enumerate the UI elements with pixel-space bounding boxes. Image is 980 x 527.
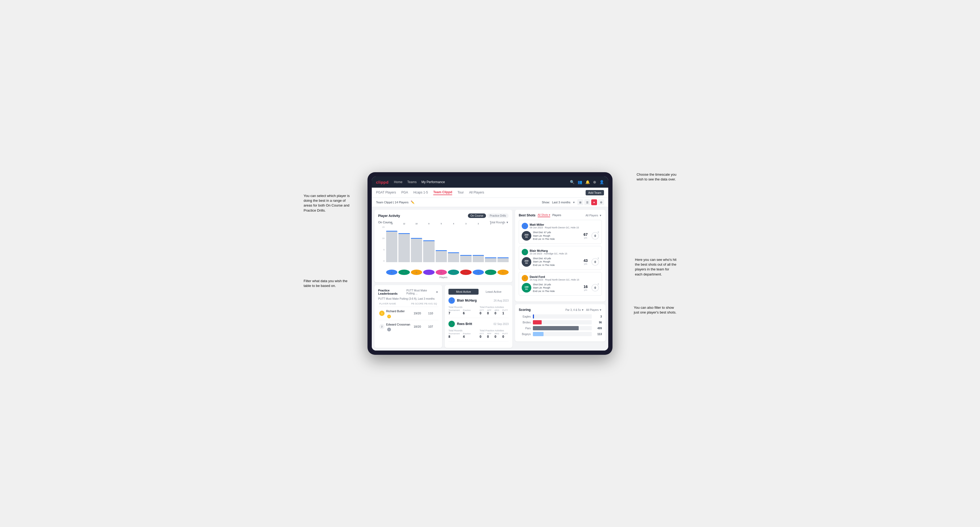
scoring-row-pars: Pars 499 xyxy=(519,326,602,330)
scoring-header: Scoring Par 3, 4 & 5s ▼ All Players ▼ xyxy=(519,308,602,312)
activity-card-header: Player Activity On Course Practice Drill… xyxy=(378,213,509,218)
tab-team-clippd[interactable]: Team Clippd xyxy=(433,190,452,195)
avatar-10: L xyxy=(498,270,509,275)
avatar-2: R xyxy=(398,270,410,275)
bar-6 xyxy=(448,252,459,262)
add-team-button[interactable]: Add Team xyxy=(585,190,604,195)
bar-group-3: 10 xyxy=(411,226,422,262)
all-players-dropdown[interactable]: All Players ▼ xyxy=(585,214,602,217)
team-header-right: Show: Last 3 months ▼ ⊞ ☰ ♥ ⚙ xyxy=(542,199,604,205)
shot-player-3: D David Ford 24 Aug 2023 · Royal North D… xyxy=(522,275,599,281)
nav-my-performance[interactable]: My Performance xyxy=(422,180,445,184)
players-tab[interactable]: Players xyxy=(552,214,561,217)
annotation-player-select: You can select which player isdoing the … xyxy=(304,194,350,213)
left-column: Player Activity On Course Practice Drill… xyxy=(374,210,512,348)
on-course-btn[interactable]: On Course xyxy=(468,213,486,218)
view-icons: ⊞ ☰ ♥ ⚙ xyxy=(578,199,604,205)
shot-avatar-1: M xyxy=(522,223,528,229)
ma-player-1: B Blair McHarg 26 Aug 2023 Total Rounds xyxy=(449,297,509,318)
chevron-right-icon-1: › xyxy=(598,230,599,234)
lb-player-1: Richard Butler 1 xyxy=(386,308,410,318)
ma-total-rounds-1: Total Rounds Tournament 7 Practice xyxy=(449,306,477,315)
nav-teams[interactable]: Teams xyxy=(407,180,417,184)
scoring-players-dropdown[interactable]: All Players ▼ xyxy=(586,308,602,311)
add-icon[interactable]: ⊕ xyxy=(593,180,596,184)
bell-icon[interactable]: 🔔 xyxy=(585,180,590,184)
lb-row-1: 1 Richard Butler 1 19/20 110 xyxy=(378,306,438,320)
player-activity-card: Player Activity On Course Practice Drill… xyxy=(374,210,512,283)
bar-1 xyxy=(386,231,397,262)
list-view-icon[interactable]: ☰ xyxy=(584,199,590,205)
shot-card-1[interactable]: M Matt Miller 09 Jun 2023 · Royal North … xyxy=(519,220,602,244)
nav-items: Home Teams My Performance xyxy=(394,180,565,184)
chevron-down-icon[interactable]: ▼ xyxy=(573,201,575,204)
tablet-frame: clippd Home Teams My Performance 🔍 👥 🔔 ⊕… xyxy=(368,172,612,355)
tab-all-players[interactable]: All Players xyxy=(469,190,484,195)
bogeys-bar xyxy=(533,332,592,336)
avatar-9: E xyxy=(485,270,496,275)
birdies-bar xyxy=(533,320,592,324)
scoring-card: Scoring Par 3, 4 & 5s ▼ All Players ▼ xyxy=(515,304,606,341)
lb-row-2: 2 Edward Crossman 2 18/20 107 xyxy=(378,320,438,333)
avatar-3: D xyxy=(411,270,422,275)
ma-avatar-2: R xyxy=(449,321,455,327)
edit-icon[interactable]: ✏️ xyxy=(410,200,415,204)
most-active-tab[interactable]: Most Active xyxy=(449,289,479,295)
bar-10 xyxy=(498,257,509,262)
search-icon[interactable]: 🔍 xyxy=(570,180,574,184)
avatar-8: M xyxy=(473,270,484,275)
bar-group-1: 13 xyxy=(386,226,397,262)
shot-badge-1: 200 SG xyxy=(522,231,531,241)
ma-player-1-header: B Blair McHarg 26 Aug 2023 xyxy=(449,297,509,304)
shot-avatar-3: D xyxy=(522,275,528,281)
heart-view-icon[interactable]: ♥ xyxy=(591,199,597,205)
leaderboard-card: Practice Leaderboards PUTT Must Make Put… xyxy=(374,285,442,348)
right-panel: Best Shots All Shots ▾ Players All Playe… xyxy=(515,210,606,348)
annotation-best-shots: Here you can see who's hitthe best shots… xyxy=(635,257,676,277)
least-active-tab[interactable]: Least Active xyxy=(479,289,509,295)
annotation-timescale: Choose the timescale youwish to see the … xyxy=(636,172,676,182)
avatar-row: B R D J E G A M E L xyxy=(378,270,509,275)
bar-group-6: 4 xyxy=(448,226,459,262)
ma-practice-2: Total Practice Activities GTT 0 APP xyxy=(480,329,509,338)
practice-drills-btn[interactable]: Practice Drills xyxy=(487,213,509,218)
timescale-selector[interactable]: Last 3 months xyxy=(552,201,570,204)
annotation-filter: Filter what data you wish thetable to be… xyxy=(304,279,347,288)
lb-subtitle: PUTT Must Make Putting (3-6 ft), Last 3 … xyxy=(378,297,438,300)
ma-stats-2: Total Rounds Tournament 8 Practice xyxy=(449,329,509,338)
people-icon[interactable]: 👥 xyxy=(578,180,582,184)
sub-nav-right: Add Team xyxy=(585,190,604,195)
bar-group-10: 2 xyxy=(498,226,509,262)
bar-group-5: 5 xyxy=(436,226,447,262)
scoring-par-dropdown[interactable]: Par 3, 4 & 5s ▼ xyxy=(565,308,584,311)
pars-bar xyxy=(533,326,592,330)
team-header: Team Clippd | 14 Players ✏️ Show: Last 3… xyxy=(372,198,608,207)
shot-card-3[interactable]: D David Ford 24 Aug 2023 · Royal North D… xyxy=(519,272,602,296)
all-shots-tab[interactable]: All Shots ▾ xyxy=(538,213,550,217)
scoring-row-eagles: Eagles 3 xyxy=(519,314,602,319)
settings-view-icon[interactable]: ⚙ xyxy=(598,199,604,205)
tab-pgat[interactable]: PGAT Players xyxy=(376,190,396,195)
eagles-bar xyxy=(533,314,592,319)
ma-player-2: R Rees Britt 02 Sep 2023 Total Rounds xyxy=(449,321,509,341)
ma-total-rounds-2: Total Rounds Tournament 8 Practice xyxy=(449,329,477,338)
tab-hcaps[interactable]: Hcaps 1-5 xyxy=(413,190,428,195)
ma-player-2-header: R Rees Britt 02 Sep 2023 xyxy=(449,321,509,327)
nav-home[interactable]: Home xyxy=(394,180,402,184)
activity-title: Player Activity xyxy=(378,214,400,218)
shot-details-3: 198 SG Shot Dist: 16 yds Start Lie: Roug… xyxy=(522,283,599,293)
lb-header: Practice Leaderboards PUTT Must Make Put… xyxy=(378,289,438,295)
shot-card-2[interactable]: B Blair McHarg 23 Jul 2023 · Ashridge GC… xyxy=(519,246,602,270)
shot-stat-3: 16 yds xyxy=(581,284,590,291)
avatar[interactable]: 👤 xyxy=(600,180,604,184)
lb-chevron-icon: ▼ xyxy=(436,290,438,294)
bar-3 xyxy=(411,238,422,262)
nav-right: 🔍 👥 🔔 ⊕ 👤 xyxy=(570,180,604,184)
activity-toggle: On Course Practice Drills xyxy=(468,213,509,218)
lb-dropdown[interactable]: PUTT Must Make Putting ... ▼ xyxy=(406,289,438,295)
bottom-row: Practice Leaderboards PUTT Must Make Put… xyxy=(374,285,512,348)
tab-tour[interactable]: Tour xyxy=(458,190,464,195)
tab-pga[interactable]: PGA xyxy=(401,190,408,195)
bar-chart: 15 10 5 0 13 xyxy=(378,226,509,268)
grid-view-icon[interactable]: ⊞ xyxy=(578,199,583,205)
